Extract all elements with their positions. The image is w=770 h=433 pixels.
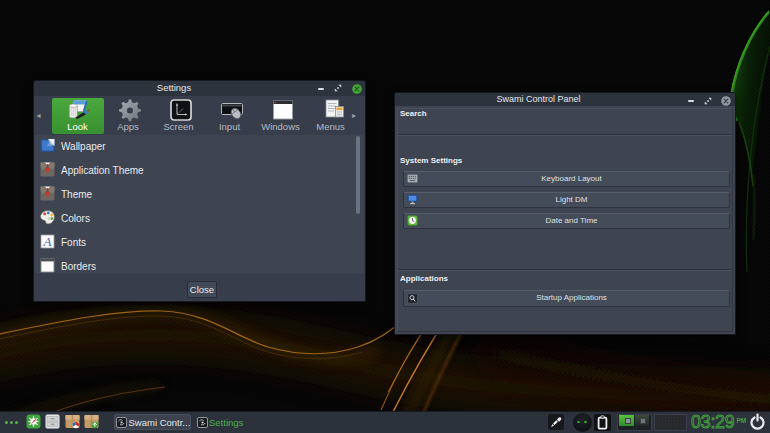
svg-text:A: A (43, 234, 52, 249)
